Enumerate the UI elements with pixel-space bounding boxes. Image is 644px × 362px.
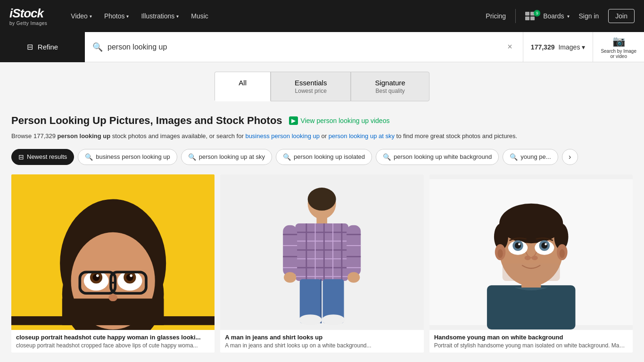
search-icon: 🔍	[383, 153, 391, 161]
image-card-desc: A man in jeans and shirt looks up on a w…	[225, 342, 419, 349]
search-input[interactable]	[107, 43, 507, 51]
svg-point-11	[96, 274, 99, 277]
title-row: Person Looking Up Pictures, Images and S…	[11, 115, 633, 127]
nav-music[interactable]: Music	[186, 9, 213, 23]
svg-point-49	[299, 314, 322, 325]
svg-point-20	[308, 188, 336, 211]
svg-rect-56	[499, 223, 563, 237]
search-icon: 🔍	[188, 153, 196, 161]
image-card-title: closeup portrait headshot cute happy wom…	[16, 334, 210, 341]
content-area: All Essentials Lowest price Signature Be…	[0, 62, 644, 362]
image-card-body: Handsome young man on white background P…	[429, 330, 633, 353]
svg-rect-17	[11, 316, 215, 325]
filter-newest-results[interactable]: ⊟ Newest results	[11, 149, 74, 165]
browse-link2[interactable]: person looking up at sky	[329, 132, 395, 140]
video-link[interactable]: ▶ View person looking up videos	[289, 116, 390, 125]
divider	[515, 9, 516, 23]
filter-row: ⊟ Newest results 🔍 business person looki…	[11, 149, 633, 165]
filter-person-isolated[interactable]: 🔍 person looking up isolated	[276, 149, 372, 165]
pricing-link[interactable]: Pricing	[486, 12, 506, 20]
search-icon: 🔍	[92, 42, 103, 52]
filter-person-white-bg[interactable]: 🔍 person looking up white background	[376, 149, 499, 165]
filter-business-person[interactable]: 🔍 business person looking up	[78, 149, 177, 165]
filter-young-person[interactable]: 🔍 young pe...	[503, 149, 558, 165]
svg-point-73	[559, 249, 564, 258]
clear-icon[interactable]: ×	[507, 42, 512, 52]
svg-point-50	[322, 314, 345, 325]
svg-point-68	[545, 243, 547, 246]
image-card-desc: closeup portrait headshot cropped face a…	[16, 342, 210, 349]
image-card[interactable]: A man in jeans and shirt looks up A man …	[220, 174, 423, 353]
chevron-down-icon: ▾	[90, 14, 92, 19]
tab-signature[interactable]: Signature Best quality	[351, 72, 429, 101]
image-thumbnail	[11, 174, 215, 330]
search-icon: 🔍	[283, 153, 291, 161]
tab-essentials[interactable]: Essentials Lowest price	[271, 72, 351, 101]
svg-rect-34	[283, 225, 297, 276]
svg-point-65	[515, 242, 521, 248]
signin-link[interactable]: Sign in	[579, 12, 599, 20]
refine-button[interactable]: ⊟ Refine	[0, 32, 85, 62]
tabs-row: All Essentials Lowest price Signature Be…	[11, 72, 633, 101]
svg-point-9	[93, 274, 100, 281]
svg-point-45	[347, 272, 360, 283]
result-count: 177,329	[531, 43, 555, 51]
tab-all[interactable]: All	[215, 72, 271, 101]
image-thumbnail	[220, 174, 423, 330]
image-card-body: A man in jeans and shirt looks up A man …	[220, 330, 423, 353]
svg-rect-39	[347, 225, 361, 276]
svg-point-16	[108, 294, 117, 301]
image-type-selector[interactable]: 177,329 Images ▾	[523, 32, 593, 62]
image-thumbnail	[429, 174, 633, 330]
logo[interactable]: iStock by Getty Images	[9, 6, 47, 26]
image-card-title: A man in jeans and shirt looks up	[225, 334, 419, 341]
image-card-body: closeup portrait headshot cute happy wom…	[11, 330, 215, 353]
more-filters-button[interactable]: ›	[562, 149, 578, 165]
sliders-icon: ⊟	[18, 153, 24, 161]
filter-person-sky[interactable]: 🔍 person looking up at sky	[181, 149, 272, 165]
svg-rect-52	[487, 285, 576, 329]
chevron-down-icon: ▾	[126, 14, 129, 19]
image-card-desc: Portrait of stylish handsome young man i…	[434, 342, 628, 349]
image-card-title: Handsome young man on white background	[434, 334, 628, 341]
page-title: Person Looking Up Pictures, Images and S…	[11, 115, 282, 127]
boards-button[interactable]: 9 Boards ▾	[525, 12, 569, 20]
browse-text: Browse 177,329 person looking up stock p…	[11, 132, 633, 141]
images-dropdown[interactable]: Images ▾	[558, 43, 585, 51]
search-by-image-button[interactable]: 📷 Search by Image or video	[593, 32, 644, 62]
image-grid: closeup portrait headshot cute happy wom…	[11, 174, 633, 353]
search-icon: 🔍	[510, 153, 518, 161]
search-icon: 🔍	[85, 153, 93, 161]
join-button[interactable]: Join	[608, 9, 635, 23]
nav-video[interactable]: Video ▾	[66, 9, 97, 23]
chevron-down-icon: ▾	[582, 43, 585, 51]
svg-point-70	[531, 255, 537, 260]
nav-photos[interactable]: Photos ▾	[99, 9, 134, 23]
sliders-icon: ⊟	[27, 42, 33, 51]
boards-badge: 9	[534, 10, 540, 16]
svg-rect-71	[502, 263, 560, 281]
chevron-down-icon: ▾	[176, 14, 179, 19]
navbar: iStock by Getty Images Video ▾ Photos ▾ …	[0, 0, 644, 32]
nav-right: Pricing 9 Boards ▾ Sign in Join	[486, 9, 635, 23]
boards-icon	[525, 12, 535, 20]
svg-point-67	[518, 243, 520, 246]
chevron-down-icon: ▾	[567, 14, 570, 19]
image-card[interactable]: closeup portrait headshot cute happy wom…	[11, 174, 215, 353]
svg-point-66	[541, 242, 547, 248]
search-form: 🔍 ×	[85, 42, 523, 52]
camera-icon: 📷	[612, 35, 625, 48]
logo-main: iStock	[9, 6, 47, 21]
play-icon: ▶	[289, 116, 298, 125]
search-bar: ⊟ Refine 🔍 × 177,329 Images ▾ 📷 Search b…	[0, 32, 644, 62]
svg-point-69	[524, 255, 530, 260]
svg-point-44	[284, 272, 296, 283]
image-card[interactable]: Handsome young man on white background P…	[429, 174, 633, 353]
nav-illustrations[interactable]: Illustrations ▾	[136, 9, 183, 23]
logo-sub: by Getty Images	[9, 21, 47, 26]
browse-link1[interactable]: business person looking up	[245, 132, 320, 140]
svg-point-10	[126, 274, 133, 281]
svg-point-12	[130, 274, 132, 277]
svg-point-72	[497, 249, 503, 258]
nav-links: Video ▾ Photos ▾ Illustrations ▾ Music	[66, 9, 213, 23]
